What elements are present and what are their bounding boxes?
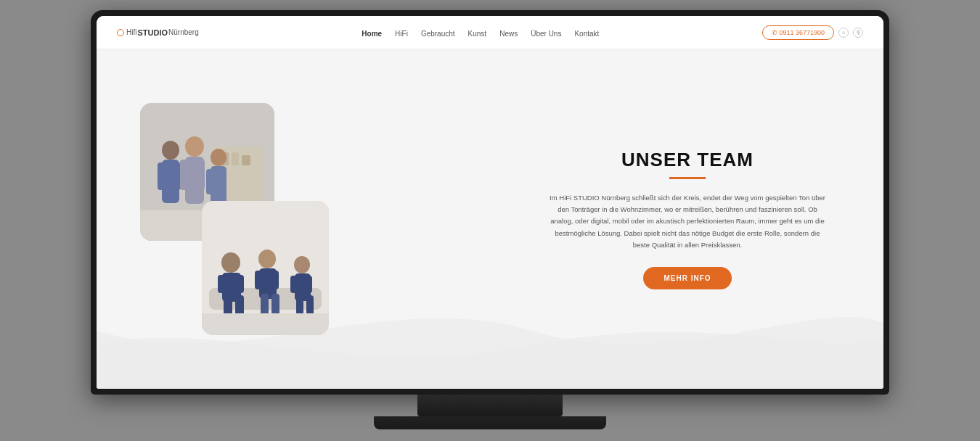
svg-rect-38 xyxy=(202,313,329,335)
location-icon[interactable]: ⚲ xyxy=(853,28,863,38)
svg-point-9 xyxy=(185,136,204,157)
svg-rect-31 xyxy=(271,294,279,316)
nav-link-ueber[interactable]: Über Uns xyxy=(531,30,561,38)
nav-menu: Home HiFi Gebraucht Kunst News Über Uns … xyxy=(362,26,599,39)
nav-link-news[interactable]: News xyxy=(499,30,518,38)
nav-link-hifi[interactable]: HiFi xyxy=(395,30,408,38)
monitor-screen: Hifi STUDIO Nürnberg Home HiFi Gebraucht… xyxy=(91,10,889,395)
logo-hifi: Hifi xyxy=(126,28,136,36)
content-wrapper: UNSER TEAM Im HiFi STUDIO Nürnberg schli… xyxy=(97,49,883,389)
monitor-shell: Hifi STUDIO Nürnberg Home HiFi Gebraucht… xyxy=(91,10,889,431)
team-silhouette-2 xyxy=(202,201,329,335)
svg-rect-7 xyxy=(158,162,165,190)
svg-rect-11 xyxy=(180,160,188,190)
logo-studio: STUDIO xyxy=(137,28,168,37)
team-title: UNSER TEAM xyxy=(550,149,825,171)
svg-rect-34 xyxy=(290,276,297,293)
svg-point-13 xyxy=(211,149,226,166)
svg-rect-23 xyxy=(237,275,244,293)
svg-rect-4 xyxy=(242,155,250,165)
svg-rect-29 xyxy=(272,271,279,289)
monitor-inner: Hifi STUDIO Nürnberg Home HiFi Gebraucht… xyxy=(97,16,883,389)
nav-item-ueber[interactable]: Über Uns xyxy=(531,26,561,39)
website: Hifi STUDIO Nürnberg Home HiFi Gebraucht… xyxy=(97,16,883,389)
svg-rect-16 xyxy=(220,169,226,194)
svg-rect-8 xyxy=(173,162,181,190)
location-glyph: ⚲ xyxy=(857,30,860,36)
nav-item-gebraucht[interactable]: Gebraucht xyxy=(421,26,455,39)
nav-link-gebraucht[interactable]: Gebraucht xyxy=(421,30,455,38)
nav-item-kunst[interactable]: Kunst xyxy=(468,26,487,39)
nav-contact: ✆ 0911 36771900 ⌂ ⚲ xyxy=(762,25,863,40)
nav-item-home[interactable]: Home xyxy=(362,26,382,39)
svg-rect-3 xyxy=(232,152,239,165)
mehr-info-button[interactable]: MEHR INFO xyxy=(643,267,731,289)
svg-rect-28 xyxy=(255,271,261,289)
team-photos xyxy=(140,103,329,335)
team-description: Im HiFi STUDIO Nürnberg schließt sich de… xyxy=(550,192,825,251)
monitor-base xyxy=(374,416,606,429)
nav-item-news[interactable]: News xyxy=(499,26,518,39)
photo-placeholder-2 xyxy=(202,201,329,335)
svg-point-5 xyxy=(162,141,179,160)
navbar: Hifi STUDIO Nürnberg Home HiFi Gebraucht… xyxy=(97,16,883,49)
svg-point-32 xyxy=(294,256,310,273)
main-content: UNSER TEAM Im HiFi STUDIO Nürnberg schli… xyxy=(97,49,883,389)
nav-link-home[interactable]: Home xyxy=(362,30,382,38)
phone-number: ✆ 0911 36771900 xyxy=(772,29,825,36)
phone-button[interactable]: ✆ 0911 36771900 xyxy=(762,25,834,40)
monitor-stand xyxy=(417,395,563,416)
svg-rect-22 xyxy=(218,275,225,293)
nav-item-kontakt[interactable]: Kontakt xyxy=(574,26,599,39)
svg-rect-37 xyxy=(306,295,314,316)
team-text-section: UNSER TEAM Im HiFi STUDIO Nürnberg schli… xyxy=(550,149,825,289)
logo: Hifi STUDIO Nürnberg xyxy=(117,28,199,37)
svg-rect-12 xyxy=(197,160,205,190)
logo-city: Nürnberg xyxy=(168,28,199,36)
nav-link-kontakt[interactable]: Kontakt xyxy=(574,30,599,38)
nav-link-kunst[interactable]: Kunst xyxy=(468,30,487,38)
svg-rect-30 xyxy=(261,294,269,316)
nav-item-hifi[interactable]: HiFi xyxy=(395,26,408,39)
home-icon[interactable]: ⌂ xyxy=(838,28,849,38)
title-underline xyxy=(669,177,706,179)
svg-point-20 xyxy=(221,252,240,273)
svg-rect-35 xyxy=(306,276,312,293)
svg-rect-36 xyxy=(296,295,303,316)
team-photo-2 xyxy=(202,201,329,335)
home-glyph: ⌂ xyxy=(842,30,845,35)
logo-circle-icon xyxy=(117,29,124,36)
svg-point-26 xyxy=(258,250,276,268)
svg-rect-15 xyxy=(206,169,213,194)
